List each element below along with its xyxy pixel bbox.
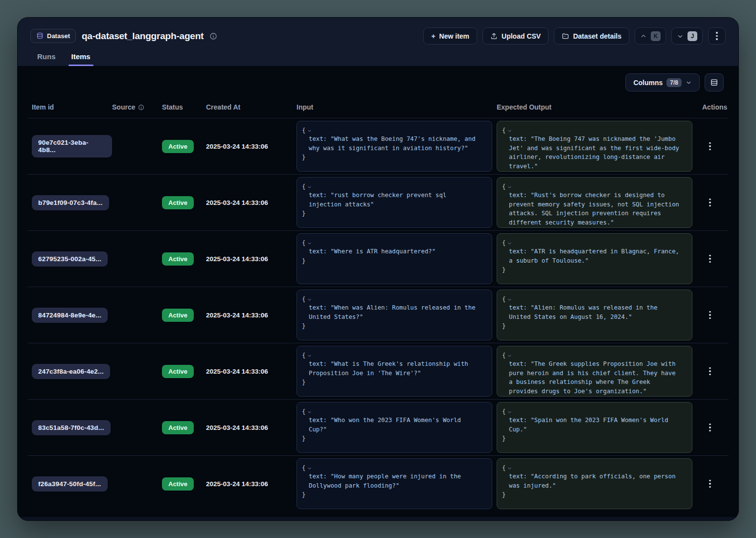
input-cell: { text: "How many people were injured in…	[297, 458, 497, 509]
open-brace: {	[302, 182, 305, 191]
row-height-button[interactable]	[705, 73, 724, 91]
input-json-box[interactable]: { text: "Where is ATR headquartered?" }	[297, 233, 492, 284]
item-id-badge[interactable]: 84724984-8e9e-4e...	[32, 308, 108, 323]
open-brace: {	[302, 238, 305, 247]
info-icon[interactable]	[138, 104, 144, 111]
collapse-icon[interactable]	[507, 354, 512, 358]
header-more-actions-button[interactable]	[708, 27, 726, 45]
row-actions-button[interactable]	[705, 196, 715, 210]
expected-output-json-box[interactable]: { text: "The Boeing 747 was nicknamed th…	[497, 121, 692, 172]
collapse-icon[interactable]	[507, 185, 512, 189]
row-actions-button[interactable]	[705, 421, 715, 435]
expected-output-json-box[interactable]: { text: "ATR is headquartered in Blagnac…	[497, 233, 692, 284]
table-row: 84724984-8e9e-4e... Active 2025-03-24 14…	[27, 287, 729, 343]
row-actions-button[interactable]	[705, 308, 715, 322]
expected-output-json-box[interactable]: { text: "Alien: Romulus was released in …	[497, 290, 692, 340]
actions-cell	[702, 308, 729, 322]
close-brace: }	[302, 321, 487, 330]
expected-output-json-text: text: "The Greek supplies Proposition Jo…	[502, 359, 680, 396]
dataset-details-button[interactable]: Dataset details	[554, 27, 629, 45]
collapse-icon[interactable]	[507, 410, 512, 414]
table-header-row: Item id Source Status Created At Input E…	[27, 96, 729, 118]
collapse-icon[interactable]	[507, 129, 512, 133]
collapse-icon[interactable]	[307, 129, 312, 133]
input-json-box[interactable]: { text: "rust borrow checker prevent sql…	[297, 177, 492, 228]
expected-output-json-box[interactable]: { text: "The Greek supplies Proposition …	[497, 346, 692, 397]
row-actions-button[interactable]	[705, 252, 715, 266]
actions-cell	[702, 139, 729, 154]
table-row: f26a3947-50fd-45f... Active 2025-03-24 1…	[27, 455, 729, 512]
tab-runs[interactable]: Runs	[36, 52, 57, 66]
table-row: b79e1f09-07c3-4fa... Active 2025-03-24 1…	[27, 174, 729, 230]
collapse-icon[interactable]	[307, 185, 312, 189]
open-brace: {	[302, 351, 305, 359]
open-brace: {	[502, 238, 505, 247]
open-brace: {	[302, 407, 305, 416]
header-actions: + New item Upload CSV	[423, 27, 726, 45]
columns-dropdown-button[interactable]: Columns 7/8	[625, 73, 700, 91]
item-id-cell: 83c51a58-7f0c-43d...	[32, 420, 112, 435]
previous-item-button[interactable]: K	[635, 27, 666, 45]
collapse-icon[interactable]	[307, 297, 312, 302]
new-item-button[interactable]: + New item	[423, 27, 477, 45]
collapse-icon[interactable]	[307, 241, 312, 246]
input-cell: { text: "Who won the 2023 FIFA Women's W…	[297, 402, 497, 453]
status-badge: Active	[162, 421, 194, 434]
expected-output-json-text: text: "Rust's borrow checker is designed…	[502, 191, 680, 227]
table-section: Columns 7/8 Item id Source	[18, 66, 738, 517]
row-actions-button[interactable]	[705, 477, 715, 491]
close-brace: }	[502, 396, 687, 397]
info-icon[interactable]	[209, 32, 217, 40]
status-cell: Active	[162, 309, 206, 322]
created-at-cell: 2025-03-24 14:33:06	[206, 424, 297, 431]
input-cell: { text: "What was the Boeing 747's nickn…	[297, 121, 497, 172]
collapse-icon[interactable]	[507, 241, 512, 246]
dataset-type-badge: Dataset	[30, 29, 76, 43]
status-cell: Active	[162, 252, 206, 266]
created-at-cell: 2025-03-24 14:33:06	[206, 255, 297, 263]
item-id-badge[interactable]: 90e7c021-3eba-4b8...	[32, 135, 112, 157]
expected-output-cell: { text: "Rust's borrow checker is design…	[497, 177, 702, 228]
collapse-icon[interactable]	[507, 297, 512, 302]
close-brace: }	[502, 434, 687, 443]
folder-icon	[562, 32, 569, 40]
expected-output-json-box[interactable]: { text: "Rust's borrow checker is design…	[497, 177, 692, 228]
status-cell: Active	[162, 140, 206, 153]
tab-items[interactable]: Items	[70, 52, 92, 66]
expected-output-json-text: text: "ATR is headquartered in Blagnac, …	[502, 247, 680, 265]
item-id-badge[interactable]: b79e1f09-07c3-4fa...	[32, 195, 109, 210]
input-json-box[interactable]: { text: "How many people were injured in…	[297, 458, 492, 509]
collapse-icon[interactable]	[307, 354, 312, 358]
close-brace: }	[502, 171, 687, 172]
next-item-button[interactable]: J	[671, 27, 703, 45]
item-id-badge[interactable]: 83c51a58-7f0c-43d...	[32, 420, 111, 435]
item-id-badge[interactable]: f26a3947-50fd-45f...	[32, 476, 108, 492]
status-badge: Active	[162, 140, 194, 153]
open-brace: {	[302, 126, 305, 134]
column-header-actions: Actions	[702, 103, 734, 111]
expected-output-json-box[interactable]: { text: "Spain won the 2023 FIFA Women's…	[497, 402, 692, 453]
collapse-icon[interactable]	[507, 466, 512, 471]
input-json-box[interactable]: { text: "What is The Greek's relationshi…	[297, 346, 492, 397]
chevron-up-icon	[640, 33, 647, 40]
upload-csv-button[interactable]: Upload CSV	[482, 27, 549, 45]
open-brace: {	[302, 294, 305, 303]
item-id-cell: f26a3947-50fd-45f...	[32, 476, 112, 492]
close-brace: }	[302, 256, 487, 265]
column-header-status: Status	[162, 103, 206, 111]
collapse-icon[interactable]	[307, 466, 312, 471]
close-brace: }	[302, 378, 487, 386]
input-json-box[interactable]: { text: "What was the Boeing 747's nickn…	[297, 121, 492, 172]
row-actions-button[interactable]	[705, 139, 715, 154]
collapse-icon[interactable]	[307, 410, 312, 414]
open-brace: {	[502, 407, 505, 416]
item-id-badge[interactable]: 62795235-002a-45...	[32, 251, 108, 267]
close-brace: }	[502, 490, 687, 499]
expected-output-json-box[interactable]: { text: "According to park officials, on…	[497, 458, 692, 509]
row-actions-button[interactable]	[705, 364, 715, 379]
input-json-text: text: "What is The Greek's relationship …	[302, 359, 480, 378]
item-id-badge[interactable]: 247c3f8a-ea06-4e2...	[32, 364, 110, 379]
input-json-text: text: "What was the Boeing 747's nicknam…	[302, 134, 480, 153]
input-json-box[interactable]: { text: "When was Alien: Romulus release…	[297, 290, 492, 340]
input-json-box[interactable]: { text: "Who won the 2023 FIFA Women's W…	[297, 402, 492, 453]
